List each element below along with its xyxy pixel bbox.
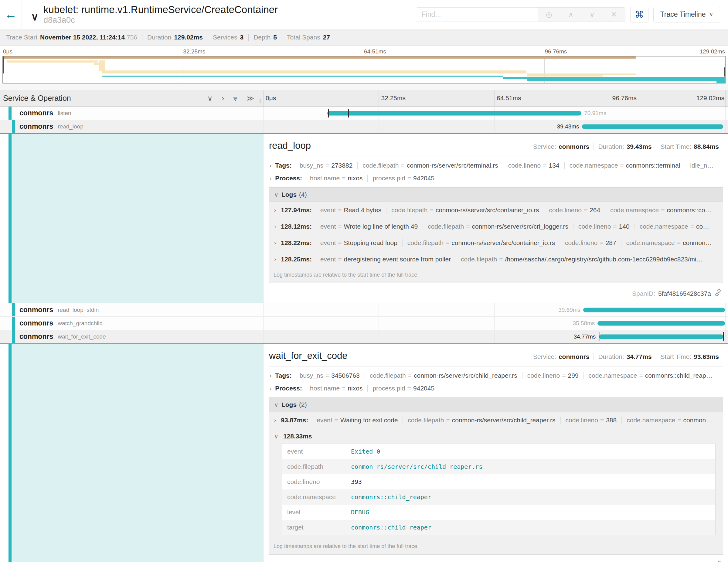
copy-link-icon[interactable] xyxy=(714,560,722,562)
log-timestamp: 93.87ms: xyxy=(281,417,308,424)
span-grid-header: Service & Operation ∨›⩔≫ ‖ 0μs 32.25ms 6… xyxy=(0,90,728,107)
expanded-log-header[interactable]: ∨ 128.33ms xyxy=(272,428,720,443)
page-header: ← ∨ kubelet: runtime.v1.RuntimeService/C… xyxy=(0,0,728,29)
column-resizer-grip[interactable]: ‖ xyxy=(259,98,262,104)
span-bar[interactable] xyxy=(582,124,723,129)
span-row-wait-for-exit-code[interactable]: conmonrs wait_for_exit_code 34.77ms xyxy=(0,330,728,343)
logs-header[interactable]: ∨ Logs (2) xyxy=(269,398,723,412)
minimap-ticks: 0μs 32.25ms 64.51ms 96.76ms 129.02ms xyxy=(2,48,726,56)
grid.collapse_icons.1.name[interactable]: › xyxy=(222,94,224,103)
header.find_icons.1.name[interactable]: ∧ xyxy=(568,10,574,19)
span-bar[interactable] xyxy=(327,111,581,115)
span-row-listen[interactable]: conmonrs listen 70.91ms xyxy=(0,107,728,120)
minimap-tick: 129.02ms xyxy=(700,48,725,55)
chevron-right-icon: › xyxy=(270,372,271,379)
span-service: conmonrs xyxy=(19,122,53,131)
minimap-right-handle[interactable] xyxy=(724,67,725,77)
field-key: code.filepath xyxy=(287,463,351,470)
log-row[interactable]: › 128.12ms: event=Wrote log line of leng… xyxy=(272,218,720,235)
field-value: conmon-rs/server/src/child_reaper.rs xyxy=(351,463,482,470)
chevron-down-icon: ∨ xyxy=(274,433,278,440)
summary-label: Services xyxy=(213,34,237,41)
log-field-row: code.filepath conmon-rs/server/src/child… xyxy=(282,459,715,474)
grid.collapse_icons.2.name[interactable]: ⩔ xyxy=(233,94,237,103)
meta-label: Start Time: xyxy=(661,353,692,360)
header.find_icons.3.name[interactable]: ✕ xyxy=(611,10,617,19)
chevron-right-icon: › xyxy=(274,256,276,263)
field-key: code.lineno xyxy=(287,478,351,485)
chevron-right-icon: › xyxy=(270,175,271,182)
meta-value: conmonrs xyxy=(559,353,590,360)
axis-tick: 64.51ms xyxy=(495,94,521,102)
detail-left-column xyxy=(0,344,264,562)
field-value: conmonrs::child_reaper xyxy=(351,524,431,531)
span-row-read-loop-stdin[interactable]: conmonrs read_loop_stdin 39.69ms xyxy=(0,303,728,317)
log-row[interactable]: › 127.94ms: event=Read 4 bytes code.file… xyxy=(272,202,720,218)
process-row[interactable]: › Process: host.name=nixos process.pid=9… xyxy=(269,175,723,182)
span-color-accent xyxy=(9,107,12,120)
span-service: conmonrs xyxy=(19,306,53,314)
chevron-down-icon: ∨ xyxy=(274,401,278,408)
find-input[interactable] xyxy=(416,8,538,22)
trace-collapse-toggle[interactable]: ∨ xyxy=(31,11,39,23)
span-bar[interactable] xyxy=(599,334,723,339)
summary-value: 5 xyxy=(273,34,277,41)
log-field-pair: event=Read 4 bytes xyxy=(315,206,386,214)
detail-meta-item: Start Time: 88.84ms xyxy=(656,143,723,150)
log-row[interactable]: › 93.87ms: event=Waiting for exit code c… xyxy=(272,412,720,428)
header.find_icons.0.name[interactable]: ◎ xyxy=(546,10,552,19)
minimap-span-bar xyxy=(527,73,603,77)
tag-pair: idle_n… xyxy=(685,162,723,169)
span-row-watch-grandchild[interactable]: conmonrs watch_grandchild 35.58ms xyxy=(0,317,728,330)
process-pair: host.name=nixos xyxy=(305,175,367,182)
back-button[interactable]: ← xyxy=(0,0,22,29)
summary-value: 3 xyxy=(240,34,244,41)
span-bar[interactable] xyxy=(583,308,725,312)
span-id-row: SpanID: 4a947cfd1ce59537 xyxy=(270,560,722,562)
trace-view-selector[interactable]: Trace Timeline ∨ xyxy=(653,7,720,22)
grid.collapse_icons.3.name[interactable]: ≫ xyxy=(247,94,254,103)
span-bar[interactable] xyxy=(597,321,725,325)
tags-row[interactable]: › Tags: busy_ns=34506763 code.filepath=c… xyxy=(269,372,723,379)
minimap-span-bar xyxy=(7,60,98,63)
summary-value: 27 xyxy=(323,34,330,41)
header.find_icons.2.name[interactable]: ∨ xyxy=(590,10,595,19)
meta-value: 39.43ms xyxy=(627,143,652,150)
axis-tick: 129.02ms xyxy=(694,94,726,102)
span-detail-read-loop: read_loop Service: conmonrs Duration: 39… xyxy=(0,133,728,303)
copy-link-icon[interactable] xyxy=(714,289,722,298)
logs-footer-note: Log timestamps are relative to the start… xyxy=(269,539,723,554)
grid.collapse_icons.0.name[interactable]: ∨ xyxy=(207,94,213,103)
minimap-left-handle[interactable] xyxy=(3,56,4,73)
log-field-pair: code.lineno=264 xyxy=(544,206,605,214)
minimap-span-bar xyxy=(102,76,503,77)
span-row-read-loop[interactable]: conmonrs read_loop 39.43ms xyxy=(0,120,728,133)
tag-pair: code.filepath=conmon-rs/server/src/child… xyxy=(365,372,522,379)
log-row[interactable]: › 128.22ms: event=Stopping read loop cod… xyxy=(272,235,720,251)
timeline-axis: 0μs 32.25ms 64.51ms 96.76ms 129.02ms xyxy=(264,90,726,106)
keyboard-shortcuts-button[interactable]: ⌘ xyxy=(630,7,648,22)
tags-row[interactable]: › Tags: busy_ns=273882 code.filepath=con… xyxy=(269,162,723,169)
meta-label: Service: xyxy=(533,353,556,360)
process-pair: host.name=nixos xyxy=(305,385,367,392)
find-controls: ◎∧∨✕ xyxy=(538,8,625,22)
axis-tick: 0μs xyxy=(264,94,276,102)
process-row[interactable]: › Process: host.name=nixos process.pid=9… xyxy=(269,385,723,392)
log-field-pair: code.filepath=/home/sascha/.cargo/regist… xyxy=(456,256,708,263)
trace-summary-bar: Trace Start November 15 2022, 11:24:14.7… xyxy=(0,29,728,46)
meta-label: Duration: xyxy=(598,143,624,150)
find-box: ◎∧∨✕ xyxy=(416,7,625,22)
summary-label: Depth xyxy=(253,34,270,41)
chevron-right-icon: › xyxy=(274,417,276,424)
summary-item: Services 3 xyxy=(208,34,248,41)
minimap-tick: 64.51ms xyxy=(364,48,386,55)
log-row[interactable]: › 128.25ms: event=deregistering event so… xyxy=(272,251,720,267)
minimap-span-bar xyxy=(94,63,100,65)
logs-header[interactable]: ∨ Logs (4) xyxy=(269,188,723,202)
summary-item: Depth 5 xyxy=(248,34,282,41)
log-field-row: target conmonrs::child_reaper xyxy=(282,520,715,535)
minimap-canvas[interactable] xyxy=(2,56,726,83)
view-selector-label: Trace Timeline xyxy=(660,10,706,19)
log-field-pair: code.namespace=conmonrs::co… xyxy=(605,206,716,214)
minimap-span-bar xyxy=(99,60,105,71)
